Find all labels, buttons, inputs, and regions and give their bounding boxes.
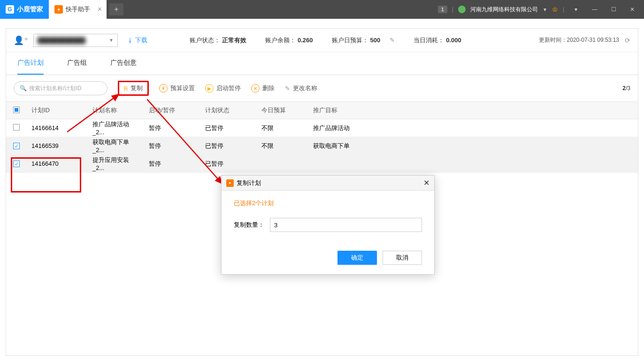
dialog-title: 复制计划 xyxy=(237,179,261,187)
dialog-cancel-button[interactable]: 取消 xyxy=(383,251,422,265)
download-button[interactable]: ⭳ 下载 xyxy=(127,36,147,45)
cell-state: 已暂停 xyxy=(200,160,257,168)
dialog-ok-button[interactable]: 确定 xyxy=(337,251,377,265)
col-state[interactable]: 计划状态 xyxy=(200,106,257,115)
table-row[interactable]: 14166614推广品牌活动_2...暂停已暂停不限推广品牌活动 xyxy=(6,119,638,137)
dialog-qty-row: 复制数量： xyxy=(234,218,422,232)
copy-button[interactable]: ⎘ 复制 xyxy=(124,84,143,92)
browser-tab[interactable]: ✦ 快手助手 × xyxy=(49,0,107,19)
copy-quantity-input[interactable] xyxy=(270,218,422,232)
copy-button-highlight: ⎘ 复制 xyxy=(118,81,149,96)
cell-name: 提升应用安装_2... xyxy=(88,156,144,171)
tab-icon: ✦ xyxy=(54,5,63,14)
org-icon xyxy=(458,6,466,13)
cell-state: 已暂停 xyxy=(200,142,257,150)
title-bar: G 小鹿管家 ✦ 快手助手 × + 1 | 河南九维网络科技有限公司 ▼ ♔ |… xyxy=(0,0,644,19)
notification-badge[interactable]: 1 xyxy=(438,6,447,13)
content-area: 👤⁺ ████████████ ▼ ⭳ 下载 账户状态：正常有效 账户余额：0.… xyxy=(0,19,644,362)
close-window-button[interactable]: ✕ xyxy=(625,5,639,14)
col-start-stop[interactable]: 启动/暂停 xyxy=(144,106,200,115)
budget-settings-button[interactable]: ¥ 预算设置 xyxy=(159,84,195,92)
cell-id: 14166470 xyxy=(27,160,88,167)
app-logo: G 小鹿管家 xyxy=(0,0,49,19)
crown-icon: ♔ xyxy=(552,6,558,13)
chevron-down-icon[interactable]: ▼ xyxy=(543,7,547,12)
col-target[interactable]: 推广目标 xyxy=(308,106,402,115)
dialog-title-bar: ✦ 复制计划 ✕ xyxy=(222,176,434,191)
dialog-selected-text: 已选择2个计划 xyxy=(234,199,422,208)
add-tab-button[interactable]: + xyxy=(109,3,123,15)
table-row[interactable]: 14166470提升应用安装_2...暂停已暂停 xyxy=(6,155,638,173)
col-plan-name[interactable]: 计划名称 xyxy=(88,106,144,115)
col-plan-id[interactable]: 计划ID xyxy=(27,106,88,115)
account-info-bar: 👤⁺ ████████████ ▼ ⭳ 下载 账户状态：正常有效 账户余额：0.… xyxy=(6,29,638,52)
org-name[interactable]: 河南九维网络科技有限公司 xyxy=(470,6,538,14)
cell-target: 获取电商下单 xyxy=(308,142,402,150)
dialog-body: 已选择2个计划 复制数量： xyxy=(222,191,434,246)
pencil-icon: ✎ xyxy=(285,85,290,92)
header-checkbox-cell xyxy=(6,107,27,115)
cell-start: 暂停 xyxy=(144,124,200,132)
table-row[interactable]: 14166539获取电商下单_2...暂停已暂停不限获取电商下单 xyxy=(6,137,638,155)
row-checkbox[interactable] xyxy=(13,124,20,131)
account-select-text: ████████████ xyxy=(38,37,85,44)
dialog-close-icon[interactable]: ✕ xyxy=(423,178,429,187)
cell-state: 已暂停 xyxy=(200,124,257,132)
tab-ad-group[interactable]: 广告组 xyxy=(67,52,87,75)
cell-target: 推广品牌活动 xyxy=(308,124,402,132)
col-budget[interactable]: 今日预算 xyxy=(257,106,308,115)
panel: 👤⁺ ████████████ ▼ ⭳ 下载 账户状态：正常有效 账户余额：0.… xyxy=(6,28,638,356)
update-time: 更新时间：2020-07-31 09:53:13 ⟳ xyxy=(539,36,630,44)
download-icon: ⭳ xyxy=(127,37,133,44)
select-all-checkbox[interactable] xyxy=(13,107,20,113)
rename-button[interactable]: ✎ 更改名称 xyxy=(285,84,317,92)
dropdown-icon[interactable]: ▾ xyxy=(569,5,583,14)
divider: | xyxy=(563,6,564,13)
dialog-qty-label: 复制数量： xyxy=(234,221,264,229)
cell-start: 暂停 xyxy=(144,160,200,168)
toolbar: 🔍 搜索计划名称/计划ID ⎘ 复制 ¥ 预算设置 ▶ 启动暂停 ✕ 删除 xyxy=(6,75,638,101)
account-balance: 账户余额：0.260 xyxy=(265,36,313,45)
cell-budget: 不限 xyxy=(257,124,308,132)
app-name: 小鹿管家 xyxy=(17,5,43,14)
maximize-button[interactable]: ☐ xyxy=(606,5,621,14)
chevron-down-icon: ▼ xyxy=(109,38,114,43)
tab-label: 快手助手 xyxy=(66,5,90,14)
table-header-row: 计划ID 计划名称 启动/暂停 计划状态 今日预算 推广目标 xyxy=(6,101,638,119)
account-select[interactable]: ████████████ ▼ xyxy=(33,34,118,47)
account-spend: 当日消耗：0.000 xyxy=(414,36,461,45)
title-right: 1 | 河南九维网络科技有限公司 ▼ ♔ | ▾ — ☐ ✕ xyxy=(438,5,644,14)
download-label: 下载 xyxy=(135,36,147,45)
plan-table: 计划ID 计划名称 启动/暂停 计划状态 今日预算 推广目标 14166614推… xyxy=(6,101,638,173)
yen-icon: ¥ xyxy=(159,84,168,92)
account-status: 账户状态：正常有效 xyxy=(190,36,246,45)
page-indicator: 2/3 xyxy=(622,85,630,92)
copy-icon: ⎘ xyxy=(124,85,128,92)
account-budget: 账户日预算：500 xyxy=(332,36,381,45)
person-icon: 👤⁺ xyxy=(14,35,29,46)
app-logo-icon: G xyxy=(6,5,14,14)
search-input[interactable]: 🔍 搜索计划名称/计划ID xyxy=(14,81,107,95)
dialog-footer: 确定 取消 xyxy=(222,246,434,274)
cell-id: 14166614 xyxy=(27,124,88,131)
dialog-icon: ✦ xyxy=(226,179,234,187)
delete-icon: ✕ xyxy=(251,84,260,92)
row-checkbox[interactable] xyxy=(13,161,20,167)
content-tabs: 广告计划 广告组 广告创意 xyxy=(6,52,638,75)
row-checkbox[interactable] xyxy=(13,143,20,149)
refresh-icon[interactable]: ⟳ xyxy=(625,37,630,44)
minimize-button[interactable]: — xyxy=(588,5,602,14)
start-pause-button[interactable]: ▶ 启动暂停 xyxy=(205,84,241,92)
search-placeholder: 搜索计划名称/计划ID xyxy=(29,85,81,92)
tab-ad-creative[interactable]: 广告创意 xyxy=(110,52,137,75)
divider: | xyxy=(452,6,453,13)
search-icon: 🔍 xyxy=(20,85,27,92)
edit-budget-icon[interactable]: ✎ xyxy=(390,37,395,44)
tab-ad-plan[interactable]: 广告计划 xyxy=(17,52,44,75)
tab-close-icon[interactable]: × xyxy=(98,5,102,14)
cell-name: 推广品牌活动_2... xyxy=(88,120,144,136)
delete-button[interactable]: ✕ 删除 xyxy=(251,84,275,92)
cell-start: 暂停 xyxy=(144,142,200,150)
copy-plan-dialog: ✦ 复制计划 ✕ 已选择2个计划 复制数量： 确定 取消 xyxy=(221,175,435,275)
play-icon: ▶ xyxy=(205,84,214,92)
